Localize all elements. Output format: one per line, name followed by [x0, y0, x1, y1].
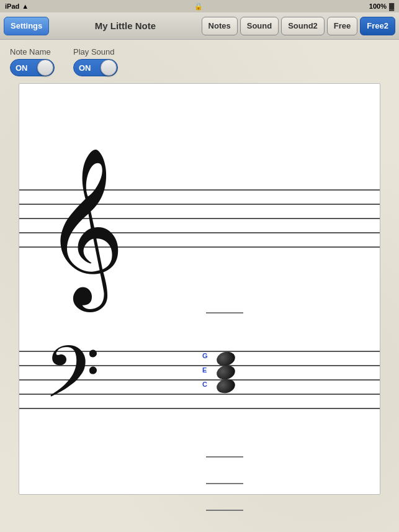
tab-notes[interactable]: Notes: [202, 17, 238, 35]
play-sound-label: Play Sound: [73, 47, 115, 56]
status-bar: iPad ▲ 🔒 100% ▓: [0, 0, 399, 12]
play-sound-toggle[interactable]: ON: [73, 59, 118, 76]
note-e-label: E: [202, 366, 207, 374]
nav-title: My Little Note: [52, 20, 199, 31]
settings-button[interactable]: Settings: [4, 17, 49, 35]
ledger-line-below-1: [206, 456, 243, 458]
tab-free[interactable]: Free: [327, 17, 357, 35]
ledger-line-below-2: [206, 483, 243, 484]
status-left: iPad ▲: [5, 2, 29, 10]
note-name-label: Note Name: [10, 47, 51, 56]
note-name-control: Note Name ON: [10, 47, 55, 76]
lock-icon: 🔒: [194, 2, 203, 11]
main-content: Note Name ON Play Sound ON: [0, 40, 399, 532]
carrier-label: iPad: [5, 2, 19, 10]
nav-bar: Settings My Little Note Notes Sound Soun…: [0, 12, 399, 40]
tab-free2[interactable]: Free2: [360, 17, 395, 35]
note-name-knob: [37, 60, 53, 76]
ledger-line-mid-1: [206, 312, 243, 313]
battery-label: 100%: [369, 2, 387, 10]
battery-icon: ▓: [389, 2, 394, 10]
wifi-icon: ▲: [22, 2, 29, 10]
ledger-line-below-3: [206, 510, 243, 511]
staff-area: 𝄞 𝄢 G E C: [19, 83, 380, 495]
tab-sound[interactable]: Sound: [240, 17, 279, 35]
note-g-label: G: [202, 352, 208, 359]
note-c-label: C: [202, 381, 207, 388]
play-sound-toggle-label: ON: [79, 63, 91, 73]
status-right: 100% ▓: [369, 2, 394, 10]
treble-clef: 𝄞: [44, 158, 125, 295]
tab-sound2[interactable]: Sound2: [281, 17, 325, 35]
controls-row: Note Name ON Play Sound ON: [0, 40, 399, 81]
bass-clef: 𝄢: [44, 338, 100, 425]
note-name-toggle[interactable]: ON: [10, 59, 55, 76]
play-sound-knob: [101, 60, 117, 76]
note-name-toggle-label: ON: [16, 63, 28, 73]
play-sound-control: Play Sound ON: [73, 47, 118, 76]
